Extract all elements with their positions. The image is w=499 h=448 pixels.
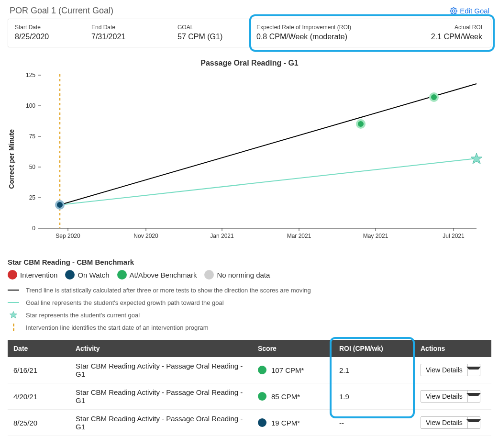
- y-tick-label: 25: [29, 194, 36, 201]
- x-tick-label: Sep 2020: [55, 233, 80, 239]
- cell-date: 4/20/21: [8, 383, 70, 410]
- actual-roi-value: 2.1 CPM/Week: [431, 33, 482, 41]
- actual-roi-label: Actual ROI: [431, 24, 482, 31]
- legend-text: Intervention line identifies the start d…: [26, 324, 209, 331]
- view-details-button[interactable]: View Details: [421, 364, 480, 376]
- cell-actions: View Details: [415, 410, 491, 436]
- th-actions: Actions: [415, 340, 491, 357]
- edit-goal-button[interactable]: Edit Goal: [450, 7, 489, 15]
- line-legend: Trend line is statistically calculated a…: [8, 286, 491, 331]
- cell-roi: 1.9: [333, 383, 415, 410]
- cell-actions: View Details: [415, 383, 491, 410]
- x-tick-label: Mar 2021: [287, 233, 311, 239]
- x-tick-label: May 2021: [363, 233, 388, 239]
- legend-text: Trend line is statistically calculated a…: [26, 287, 311, 294]
- results-table: Date Activity Score ROI (CPM/wk) Actions…: [8, 340, 491, 436]
- benchmark-heading: Star CBM Reading - CBM Benchmark: [8, 258, 491, 266]
- goal-title: POR Goal 1 (Current Goal): [10, 6, 113, 16]
- legend-text: Star represents the student's current go…: [26, 312, 140, 319]
- no-norming-swatch-icon: [204, 270, 214, 280]
- cell-roi: 2.1: [333, 357, 415, 383]
- table-row: 6/16/21Star CBM Reading Activity - Passa…: [8, 357, 491, 383]
- chevron-down-icon[interactable]: [467, 364, 480, 376]
- goal-info-card: Start Date 8/25/2020 End Date 7/31/2021 …: [8, 19, 491, 47]
- chart-y-axis-label: Correct per Minute: [8, 129, 15, 189]
- y-tick-label: 0: [32, 225, 35, 232]
- on-watch-swatch-icon: [65, 270, 75, 280]
- chart-svg: 0 25 50 75 100 125: [17, 70, 486, 247]
- legend-label: No norming data: [217, 271, 270, 279]
- cell-score: 19 CPM*: [252, 410, 333, 436]
- chart-title: Passage Oral Reading - G1: [8, 59, 491, 67]
- view-details-label: View Details: [421, 364, 467, 376]
- view-details-label: View Details: [421, 417, 467, 428]
- svg-marker-13: [10, 312, 17, 318]
- intervention-swatch-icon: [8, 270, 17, 280]
- start-date-value: 8/25/2020: [15, 33, 78, 41]
- status-dot-icon: [258, 418, 266, 427]
- score-text: 85 CPM*: [271, 392, 300, 401]
- goal-label: GOAL: [177, 24, 243, 31]
- x-tick-label: Jul 2021: [443, 233, 465, 239]
- th-activity: Activity: [70, 340, 252, 357]
- score-text: 19 CPM*: [271, 419, 300, 427]
- legend-label: Intervention: [20, 271, 57, 279]
- end-date-value: 7/31/2021: [91, 33, 164, 41]
- gear-icon: [450, 7, 457, 15]
- data-point[interactable]: [56, 201, 64, 209]
- table-row: 8/25/20Star CBM Reading Activity - Passa…: [8, 410, 491, 436]
- goal-line: [60, 158, 477, 205]
- view-details-button[interactable]: View Details: [421, 416, 480, 429]
- x-tick-label: Nov 2020: [133, 233, 158, 239]
- y-tick-label: 125: [26, 72, 35, 78]
- view-details-label: View Details: [421, 391, 467, 402]
- status-dot-icon: [258, 366, 266, 374]
- th-date: Date: [8, 340, 70, 357]
- chart-container: Passage Oral Reading - G1 Correct per Mi…: [8, 59, 491, 247]
- goal-value: 57 CPM (G1): [177, 33, 243, 41]
- trend-line: [60, 84, 477, 205]
- cell-actions: View Details: [415, 357, 491, 383]
- cell-date: 6/16/21: [8, 357, 70, 383]
- expected-roi-value: 0.8 CPM/Week (moderate): [256, 33, 418, 41]
- start-date-label: Start Date: [15, 24, 78, 31]
- view-details-button[interactable]: View Details: [421, 390, 480, 403]
- x-tick-label: Jan 2021: [210, 233, 234, 239]
- cell-date: 8/25/20: [8, 410, 70, 436]
- status-legend: Intervention On Watch At/Above Benchmark…: [8, 270, 491, 280]
- y-tick-label: 100: [26, 102, 35, 109]
- y-tick-label: 75: [29, 133, 36, 140]
- th-score: Score: [252, 340, 333, 357]
- table-row: 4/20/21Star CBM Reading Activity - Passa…: [8, 383, 491, 410]
- y-tick-label: 50: [29, 164, 36, 170]
- intervention-line-icon: [13, 324, 14, 331]
- end-date-label: End Date: [91, 24, 164, 31]
- cell-activity: Star CBM Reading Activity - Passage Oral…: [70, 410, 252, 436]
- score-text: 107 CPM*: [271, 366, 304, 374]
- cell-roi: --: [333, 410, 415, 436]
- cell-score: 107 CPM*: [252, 357, 333, 383]
- cell-activity: Star CBM Reading Activity - Passage Oral…: [70, 357, 252, 383]
- expected-roi-label: Expected Rate of Improvement (ROI): [256, 24, 418, 31]
- legend-label: At/Above Benchmark: [130, 271, 197, 279]
- legend-label: On Watch: [78, 271, 109, 279]
- data-point[interactable]: [430, 93, 438, 101]
- legend-text: Goal line represents the student's expec…: [26, 299, 224, 306]
- data-point[interactable]: [357, 120, 365, 128]
- status-dot-icon: [258, 392, 266, 401]
- goal-line-icon: [8, 302, 19, 303]
- goal-star-icon: [471, 153, 482, 164]
- th-roi: ROI (CPM/wk): [333, 340, 415, 357]
- cell-activity: Star CBM Reading Activity - Passage Oral…: [70, 383, 252, 410]
- edit-goal-label: Edit Goal: [460, 7, 489, 15]
- trend-line-icon: [8, 290, 19, 291]
- chevron-down-icon[interactable]: [467, 417, 480, 428]
- x-axis: Sep 2020 Nov 2020 Jan 2021 Mar 2021 May …: [41, 228, 477, 239]
- cell-score: 85 CPM*: [252, 383, 333, 410]
- star-icon: [9, 311, 18, 319]
- benchmark-swatch-icon: [117, 270, 127, 280]
- y-axis: 0 25 50 75 100 125: [26, 72, 41, 232]
- chevron-down-icon[interactable]: [467, 391, 480, 402]
